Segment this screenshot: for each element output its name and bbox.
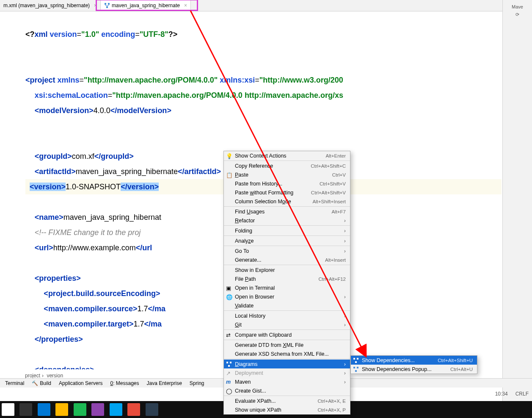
svg-rect-11 [355,370,357,372]
tab-maven-diagram[interactable]: maven_java_spring_hibernate × [101,0,191,11]
sub-show-dependencies[interactable]: Show Dependencies...Ctrl+Alt+Shift+U [351,356,477,365]
chevron-right-icon: › [344,294,346,300]
status-encoding: CRLF [515,391,529,397]
svg-rect-1 [108,3,110,5]
taskbar-app-icon[interactable] [91,403,104,416]
ctx-generate-xsd[interactable]: Generate XSD Schema from XML File... [224,349,350,358]
paste-icon: 📋 [226,172,232,178]
maven-icon: m [226,379,232,385]
taskbar-windows-icon[interactable] [2,403,14,416]
diagram-icon [104,3,110,8]
context-menu: 💡Show Context ActionsAlt+Enter Copy Refe… [223,151,350,415]
ctx-find-usages[interactable]: Find UsagesAlt+F7 [224,207,350,216]
ctx-column-selection[interactable]: Column Selection ModeAlt+Shift+Insert [224,197,350,206]
globe-icon: 🌐 [226,294,232,300]
ctx-deployment: ↗Deployment› [224,368,350,377]
right-tool-window[interactable]: Mave ⟳ [502,0,532,418]
svg-rect-8 [355,361,357,363]
bulb-icon: 💡 [226,153,232,159]
ctx-paste-history[interactable]: Paste from History...Ctrl+Shift+V [224,179,350,188]
chevron-right-icon: › [344,322,346,328]
ctx-generate[interactable]: Generate...Alt+Insert [224,255,350,264]
diagram-icon [353,366,359,372]
svg-rect-0 [105,3,106,5]
close-icon[interactable]: × [184,3,187,8]
xml-decl: <? [25,30,35,39]
ctx-show-explorer[interactable]: Show in Explorer [224,266,350,274]
refresh-icon[interactable]: ⟳ [503,12,532,17]
ctx-validate[interactable]: Validate [224,301,350,310]
diagram-icon [226,361,232,367]
taskbar-app-icon[interactable] [110,403,122,416]
ctx-git[interactable]: Git› [224,320,350,329]
ctx-analyze[interactable]: Analyze› [224,236,350,245]
ctx-eval-xpath[interactable]: Evaluate XPath...Ctrl+Alt+X, E [224,396,350,405]
ctx-show-context-actions[interactable]: 💡Show Context ActionsAlt+Enter [224,151,350,160]
ctx-show-unique-xpath[interactable]: Show unique XPathCtrl+Alt+X, P [224,405,350,414]
ctx-local-history[interactable]: Local History› [224,311,350,320]
ctx-generate-dtd[interactable]: Generate DTD from XML File [224,340,350,349]
breadcrumb-item[interactable]: version [45,373,65,379]
svg-rect-10 [357,367,358,368]
chevron-right-icon: › [344,228,346,234]
status-time: 10:34 [495,391,508,397]
ctx-compare-clipboard[interactable]: ⇄Compare with Clipboard [224,330,350,339]
ctx-diagrams[interactable]: Diagrams› [224,360,350,368]
svg-rect-2 [106,6,108,8]
taskbar-edge-icon[interactable] [38,403,50,416]
compare-icon: ⇄ [226,332,232,338]
chevron-right-icon: › [344,248,346,254]
tab-label: m.xml (maven_java_spring_hibernate) [3,3,90,8]
tool-messages[interactable]: 0: Messages [107,380,142,386]
chevron-right-icon: › [344,379,346,385]
taskbar-search-icon[interactable] [19,403,32,416]
chevron-right-icon: › [344,238,346,244]
maven-tool-label: Mave [503,4,532,9]
chevron-right-icon: › [344,361,346,367]
taskbar-explorer-icon[interactable] [55,403,68,416]
ctx-open-terminal[interactable]: ▣Open in Terminal [224,283,350,292]
ctx-goto[interactable]: Go To› [224,246,350,255]
tool-terminal[interactable]: Terminal [2,380,28,386]
taskbar-intellij-icon[interactable] [146,403,158,416]
tab-label: maven_java_spring_hibernate [112,3,180,8]
breadcrumb[interactable]: project› version [23,373,65,379]
sub-show-dependencies-popup[interactable]: Show Dependencies Popup...Ctrl+Alt+U [351,365,477,374]
tab-pom-xml[interactable]: m.xml (maven_java_spring_hibernate) × [0,0,101,11]
ctx-open-browser[interactable]: 🌐Open in Browser› [224,292,350,301]
tool-build[interactable]: 🔨Build [28,380,55,386]
breadcrumb-item[interactable]: project [23,373,42,379]
tool-spring[interactable]: Spring [186,380,208,386]
ctx-refactor[interactable]: Refactor› [224,216,350,225]
ctx-maven[interactable]: mMaven› [224,377,350,386]
chevron-right-icon: › [344,370,346,376]
ctx-folding[interactable]: Folding› [224,226,350,235]
close-icon[interactable]: × [94,3,97,8]
tool-app-servers[interactable]: Application Servers [55,380,106,386]
svg-rect-5 [228,365,230,367]
status-bar: 10:34 CRLF [495,391,529,397]
ctx-create-gist[interactable]: ◯Create Gist... [224,386,350,395]
editor-tabs: m.xml (maven_java_spring_hibernate) × ma… [0,0,532,11]
taskbar-app-icon[interactable] [127,403,140,416]
deploy-icon: ↗ [226,370,232,376]
chevron-right-icon: › [344,218,346,224]
svg-rect-6 [353,358,355,360]
taskbar-app-icon[interactable] [74,403,86,416]
svg-rect-9 [353,367,355,368]
ctx-copy-reference[interactable]: Copy ReferenceCtrl+Alt+Shift+C [224,161,350,170]
svg-rect-7 [357,358,358,360]
ctx-paste-plain[interactable]: Paste without FormattingCtrl+Alt+Shift+V [224,188,350,197]
ctx-file-path[interactable]: File PathCtrl+Alt+F12 [224,274,350,283]
chevron-right-icon: › [344,313,346,319]
svg-rect-3 [226,362,228,363]
diagram-icon [353,357,359,363]
github-icon: ◯ [226,388,232,394]
svg-rect-4 [230,362,232,363]
terminal-icon: ▣ [226,285,232,291]
context-submenu-diagrams: Show Dependencies...Ctrl+Alt+Shift+U Sho… [350,355,477,374]
ctx-paste[interactable]: 📋PasteCtrl+V [224,170,350,179]
tool-java-ee[interactable]: Java Enterprise [143,380,185,386]
